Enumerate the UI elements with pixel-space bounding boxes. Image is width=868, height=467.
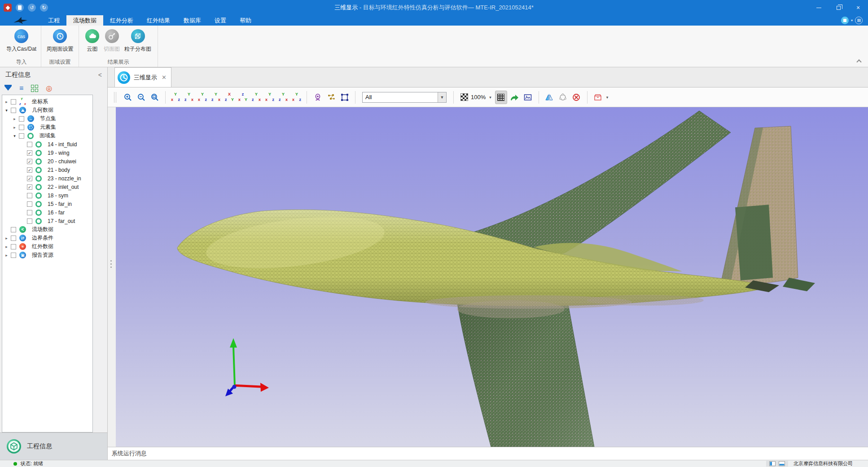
period-face-settings-button[interactable]: 周期面设置 [44, 29, 76, 53]
particle-trace-icon[interactable] [325, 91, 337, 104]
tree-row[interactable]: ▾几何数据 [2, 106, 92, 114]
display-filter-combo[interactable]: All ▼ [362, 92, 447, 103]
combo-dropdown-icon[interactable]: ▼ [438, 92, 446, 102]
help-book-icon[interactable] [855, 17, 863, 24]
tree-row[interactable]: <流场数据 [2, 225, 92, 234]
cancel-icon[interactable] [570, 91, 583, 104]
tree-row[interactable]: 15 - far_in [2, 200, 92, 208]
view-back-icon[interactable]: Yzx [184, 92, 194, 102]
close-button[interactable]: × [848, 0, 868, 15]
tree-checkbox[interactable] [11, 244, 16, 249]
bounding-box-icon[interactable] [338, 91, 351, 104]
locate-icon[interactable]: ◎ [46, 85, 52, 92]
new-document-icon[interactable] [16, 4, 24, 12]
menu-tab-5[interactable]: 设置 [208, 15, 233, 26]
tree-checkbox[interactable] [11, 99, 16, 105]
tree-row[interactable]: ✓23 - nozzle_in [2, 174, 92, 183]
tree-row[interactable]: ✓21 - body [2, 166, 92, 174]
tree-checkbox[interactable]: ✓ [27, 176, 32, 181]
view-iso-4-icon[interactable]: Yxz [291, 92, 302, 102]
tree-checkbox[interactable] [19, 133, 24, 139]
menu-tab-0[interactable]: 工程 [41, 15, 66, 26]
contour-cloud-button[interactable]: 云图 [83, 29, 101, 53]
tree-row[interactable]: ✓22 - inlet_out [2, 183, 92, 191]
tree-row[interactable]: 14 - int_fluid [2, 140, 92, 148]
tree-checkbox[interactable]: ✓ [27, 167, 32, 173]
tree-row[interactable]: ▸↔节点集 [2, 114, 92, 123]
tab-close-icon[interactable]: ✕ [162, 74, 167, 81]
opacity-dropdown-icon[interactable]: ▾ [489, 95, 491, 100]
tree-row[interactable]: 16 - far [2, 208, 92, 217]
undo-icon[interactable]: ↺ [28, 4, 36, 12]
tree-checkbox[interactable] [19, 125, 24, 130]
style-switch-icon[interactable] [841, 17, 849, 24]
package-icon[interactable] [592, 91, 604, 104]
tree-checkbox[interactable] [11, 253, 16, 258]
tree-checkbox[interactable]: ✓ [27, 159, 32, 164]
ring-select-icon[interactable] [557, 91, 569, 104]
tree-expander-icon[interactable]: ▸ [4, 253, 9, 258]
tree-row[interactable]: ▸✳红外数据 [2, 242, 92, 251]
zoom-out-icon[interactable] [135, 91, 147, 104]
menu-tab-4[interactable]: 数据库 [177, 15, 208, 26]
filter-icon[interactable] [4, 86, 12, 91]
tree-checkbox[interactable]: ✓ [27, 184, 32, 190]
bottom-panel-layout-icon[interactable] [779, 461, 785, 466]
import-cas-dat-button[interactable]: cas 导入Cas/Dat [4, 29, 39, 53]
3d-viewport[interactable] [116, 107, 868, 447]
minimize-button[interactable] [809, 0, 829, 15]
3d-scene[interactable] [116, 107, 868, 447]
view-front-icon[interactable]: Yxz [170, 92, 181, 102]
menu-tab-2[interactable]: 红外分析 [103, 15, 140, 26]
left-panel-layout-icon[interactable] [769, 461, 776, 466]
view-top-icon[interactable]: XzY [224, 92, 235, 102]
toolbar-grip[interactable] [114, 92, 116, 103]
tree-row[interactable]: ▸元素集 [2, 123, 92, 131]
tree-expander-icon[interactable]: ▸ [4, 244, 9, 249]
tree-checkbox[interactable] [27, 218, 32, 224]
project-info-tab-button[interactable]: 工程信息 [0, 432, 107, 460]
grid-view-icon[interactable] [31, 85, 38, 92]
tree-checkbox[interactable] [19, 116, 24, 122]
tree-expander-icon[interactable]: ▾ [4, 108, 9, 113]
zoom-fit-icon[interactable] [149, 91, 161, 104]
outline-list-icon[interactable]: ≡ [19, 86, 23, 91]
tree-checkbox[interactable] [11, 236, 16, 241]
tree-checkbox[interactable] [27, 210, 32, 215]
mesh-grid-toggle[interactable] [495, 91, 507, 104]
tree-expander-icon[interactable]: ▾ [12, 134, 17, 138]
tree-checkbox[interactable] [27, 201, 32, 207]
splitter-handle[interactable] [110, 260, 112, 268]
tree-checkbox[interactable]: ✓ [27, 150, 32, 156]
package-dropdown-icon[interactable]: ▾ [606, 95, 609, 100]
menu-tab-3[interactable]: 红外结果 [140, 15, 177, 26]
tree-expander-icon[interactable]: ▸ [12, 125, 17, 130]
tree-row[interactable]: 18 - sym [2, 191, 92, 200]
view-iso-1-icon[interactable]: Yzx [251, 92, 262, 102]
tree-expander-icon[interactable]: ▸ [4, 100, 9, 104]
redo-icon[interactable]: ↻ [40, 4, 48, 12]
tree-row[interactable]: ▸⇄边界条件 [2, 234, 92, 242]
perspective-camera-icon[interactable] [311, 91, 324, 104]
zoom-in-icon[interactable] [122, 91, 134, 104]
tree-row[interactable]: ▸▣报告资源 [2, 251, 92, 259]
tree-checkbox[interactable] [11, 227, 16, 232]
tree-row[interactable]: ✓20 - chuiwei [2, 157, 92, 166]
view-iso-2-icon[interactable]: Yxz [264, 92, 275, 102]
tree-checkbox[interactable] [11, 108, 16, 113]
tree-row[interactable]: ▾面域集 [2, 131, 92, 140]
export-share-icon[interactable] [509, 91, 521, 104]
menu-tab-1[interactable]: 流场数据 [66, 15, 103, 26]
panel-collapse-icon[interactable]: < [98, 71, 102, 79]
particle-distribution-button[interactable]: 粒子分布图 [122, 29, 153, 53]
maximize-button[interactable] [829, 0, 848, 15]
view-bottom-icon[interactable]: zxY [237, 92, 248, 102]
tree-checkbox[interactable] [27, 142, 32, 147]
view-left-icon[interactable]: Yxz [197, 92, 208, 102]
style-dropdown-icon[interactable]: ▾ [851, 18, 853, 22]
mirror-icon[interactable] [544, 91, 556, 104]
tree-row[interactable]: ✓19 - wing [2, 148, 92, 157]
tab-3d-display[interactable]: 三维显示 ✕ [114, 67, 171, 87]
view-right-icon[interactable]: Yzx [210, 92, 221, 102]
tree-row[interactable]: ▸Yzx坐标系 [2, 97, 92, 106]
